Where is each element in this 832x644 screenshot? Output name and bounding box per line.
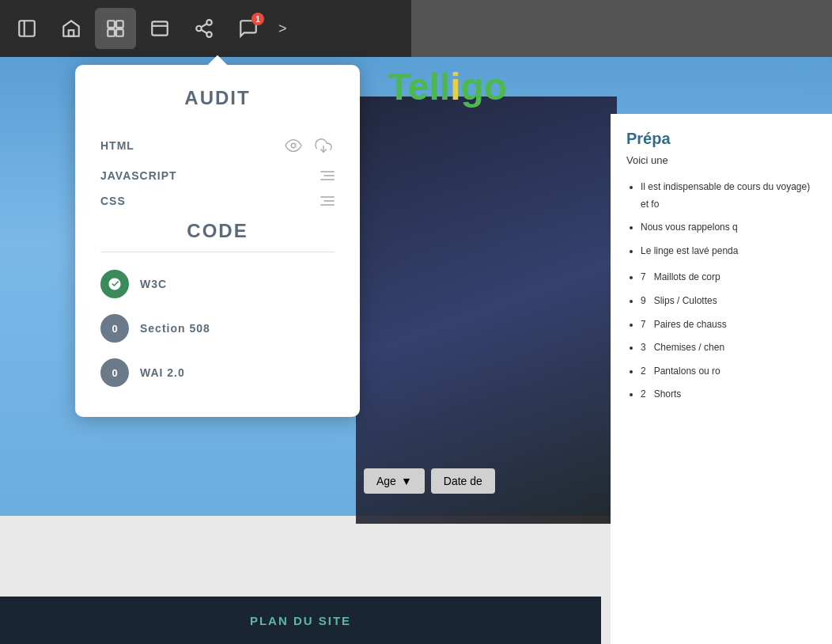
list-item: 7 Paires de chauss	[641, 316, 816, 334]
home-button[interactable]	[51, 8, 92, 49]
wai-label: WAI 2.0	[140, 366, 185, 379]
audit-panel: AUDIT HTML JAVASCRIPT	[75, 65, 360, 417]
telligo-logo: Telligo	[388, 65, 507, 108]
lines-icon-css[interactable]	[320, 196, 335, 206]
lines-icon-js[interactable]	[320, 171, 335, 180]
toolbar: 1 >	[0, 0, 411, 57]
section508-badge: 0	[100, 314, 129, 343]
filter-dropdowns: Age ▼ Date de	[364, 468, 495, 494]
list-item: 7 Maillots de corp	[641, 269, 816, 286]
w3c-icon	[100, 270, 129, 298]
list-item: 9 Slips / Culottes	[641, 293, 816, 310]
css-label: CSS	[100, 195, 126, 207]
javascript-row: JAVASCRIPT	[100, 163, 335, 188]
w3c-label: W3C	[140, 278, 167, 290]
css-icons	[320, 196, 335, 206]
figure-area	[356, 97, 617, 524]
w3c-item[interactable]: W3C	[100, 262, 335, 306]
svg-line-12	[201, 30, 206, 33]
svg-rect-3	[108, 21, 115, 28]
panel-subtitle: Voici une	[626, 154, 816, 166]
list-item: 2 Pantalons ou ro	[641, 363, 816, 381]
code-section-title: CODE	[100, 220, 335, 242]
bullet-2: Nous vous rappelons q	[641, 219, 816, 237]
svg-point-10	[196, 26, 202, 32]
section508-item[interactable]: 0 Section 508	[100, 306, 335, 350]
svg-line-13	[201, 24, 206, 27]
svg-rect-5	[108, 29, 115, 36]
footer-bar: PLAN DU SITE	[0, 597, 601, 644]
bullet-1: Il est indispensable de cours du voyage)…	[641, 179, 816, 213]
javascript-label: JAVASCRIPT	[100, 169, 177, 182]
svg-rect-6	[116, 29, 123, 36]
footer-text: PLAN DU SITE	[250, 614, 351, 627]
svg-point-14	[291, 143, 296, 148]
cloud-download-icon[interactable]	[312, 134, 335, 157]
right-content-panel: Prépa Voici une Il est indispensable de …	[611, 114, 832, 644]
more-button[interactable]: >	[272, 21, 293, 37]
wai-badge: 0	[100, 358, 129, 387]
html-row: HTML	[100, 128, 335, 163]
sidebar-toggle-button[interactable]	[6, 8, 47, 49]
share-button[interactable]	[183, 8, 225, 49]
age-dropdown[interactable]: Age ▼	[364, 468, 425, 494]
svg-point-9	[206, 20, 212, 25]
wai-item[interactable]: 0 WAI 2.0	[100, 350, 335, 395]
svg-rect-2	[69, 30, 74, 36]
window-button[interactable]	[139, 8, 180, 49]
code-divider	[100, 252, 335, 252]
chevron-down-icon: ▼	[401, 475, 412, 487]
audit-title: AUDIT	[100, 87, 335, 109]
list-item: 2 Shorts	[641, 386, 816, 403]
panel-arrow	[206, 55, 229, 66]
html-icons	[282, 134, 335, 157]
svg-rect-4	[116, 21, 123, 28]
svg-rect-7	[152, 21, 168, 35]
bullet-3: Le linge est lavé penda	[641, 243, 816, 260]
svg-point-11	[206, 32, 212, 37]
html-label: HTML	[100, 139, 134, 152]
components-button[interactable]	[95, 8, 136, 49]
eye-icon[interactable]	[282, 134, 304, 157]
section508-label: Section 508	[140, 322, 210, 335]
chat-button[interactable]: 1	[228, 8, 269, 49]
svg-rect-0	[19, 21, 35, 36]
list-item: 3 Chemises / chen	[641, 339, 816, 357]
panel-heading: Prépa	[626, 130, 816, 148]
css-row: CSS	[100, 188, 335, 214]
chat-badge: 1	[251, 13, 264, 25]
javascript-icons	[320, 171, 335, 180]
date-dropdown[interactable]: Date de	[431, 468, 495, 494]
